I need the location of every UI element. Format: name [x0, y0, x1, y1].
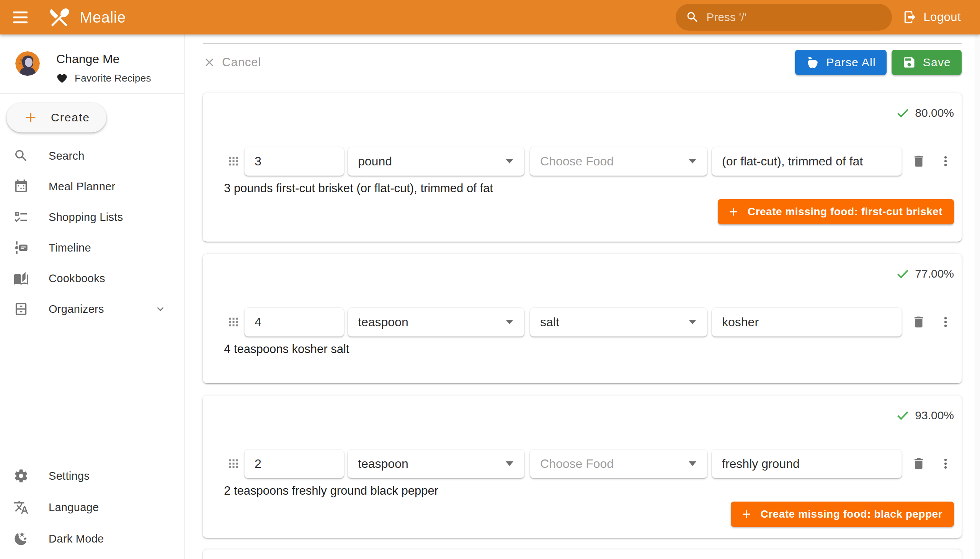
more-options-button[interactable] [939, 316, 952, 329]
sidebar-nav: Search Meal Planner Shopping Lists Timel… [0, 141, 184, 324]
user-profile[interactable]: Change Me Favorite Recipes [0, 35, 184, 84]
close-icon [203, 56, 216, 69]
sidebar-item-search[interactable]: Search [0, 141, 184, 171]
kebab-icon [939, 457, 952, 470]
food-select[interactable]: salt [530, 308, 707, 337]
confidence-check-icon [895, 408, 910, 423]
create-missing-food-button[interactable]: Create missing food: black pepper [731, 501, 954, 527]
confidence-check-icon [895, 266, 910, 281]
food-select[interactable]: Choose Food [530, 449, 707, 478]
logout-button[interactable]: Logout [903, 10, 961, 25]
sidebar-item-language[interactable]: Language [0, 491, 184, 523]
calendar-icon [13, 179, 29, 194]
ingredient-card: 93.00% teaspoon Choose Food [203, 395, 962, 538]
plus-icon [727, 205, 740, 218]
parse-all-button[interactable]: Parse All [795, 50, 887, 75]
note-input[interactable] [712, 147, 902, 176]
delete-ingredient-button[interactable] [911, 315, 926, 329]
original-ingredient-text: 4 teaspoons kosher salt [224, 341, 954, 357]
unit-value: teaspoon [348, 315, 506, 329]
favorite-recipes-link[interactable]: Favorite Recipes [56, 72, 151, 84]
sidebar: Change Me Favorite Recipes Create Search… [0, 35, 185, 559]
confidence-value: 80.00% [915, 106, 954, 119]
moon-stars-icon [13, 531, 29, 546]
parser-toolbar: Cancel Parse All Save [203, 50, 962, 75]
dropdown-caret-icon [689, 461, 696, 466]
food-placeholder: Choose Food [530, 154, 689, 169]
timeline-icon [13, 240, 29, 255]
sidebar-item-shopping-lists[interactable]: Shopping Lists [0, 202, 184, 232]
delete-ingredient-button[interactable] [911, 456, 926, 471]
drag-handle-icon[interactable] [228, 456, 239, 471]
quantity-input[interactable] [244, 449, 344, 478]
user-name: Change Me [56, 52, 151, 66]
create-label: Create [51, 111, 90, 124]
chevron-down-icon [154, 303, 167, 316]
mealie-logo-icon [48, 5, 71, 29]
save-button[interactable]: Save [892, 50, 962, 75]
checklist-icon [13, 210, 29, 225]
cancel-label: Cancel [222, 56, 261, 69]
unit-value: teaspoon [348, 457, 506, 471]
sidebar-item-settings[interactable]: Settings [0, 460, 184, 491]
search-bar[interactable] [676, 4, 892, 31]
unit-select[interactable]: pound [348, 147, 524, 176]
quantity-input[interactable] [244, 147, 344, 176]
magnify-icon [13, 148, 29, 164]
delete-ingredient-button[interactable] [911, 154, 926, 169]
original-ingredient-text: 3 pounds first-cut brisket (or flat-cut)… [224, 180, 954, 197]
sidebar-bottom: Settings Language Dark Mode [0, 460, 184, 554]
gear-icon [13, 468, 29, 484]
trash-icon [911, 456, 926, 471]
search-input[interactable] [706, 11, 882, 24]
drag-handle-icon[interactable] [228, 154, 239, 169]
heart-icon [56, 73, 68, 84]
create-missing-food-button[interactable]: Create missing food: first-cut brisket [718, 199, 954, 224]
trash-icon [911, 154, 926, 169]
sidebar-item-cookbooks[interactable]: Cookbooks [0, 263, 184, 294]
sidebar-divider [0, 93, 184, 94]
search-icon [686, 10, 699, 24]
cancel-button[interactable]: Cancel [203, 56, 261, 69]
food-placeholder: Choose Food [530, 457, 689, 471]
translate-icon [13, 499, 29, 515]
create-button[interactable]: Create [7, 103, 106, 132]
unit-select[interactable]: teaspoon [348, 308, 524, 337]
parse-all-label: Parse All [826, 56, 876, 69]
confidence-check-icon [895, 105, 910, 121]
quantity-input[interactable] [244, 308, 344, 337]
kebab-icon [939, 316, 952, 329]
sidebar-item-timeline[interactable]: Timeline [0, 232, 184, 263]
favorite-recipes-label: Favorite Recipes [74, 72, 151, 84]
note-input[interactable] [712, 449, 902, 478]
logout-icon [903, 10, 917, 25]
ingredient-card-partial [203, 549, 962, 559]
drawer-icon [13, 301, 29, 317]
save-icon [902, 56, 916, 69]
save-label: Save [923, 56, 951, 69]
dropdown-caret-icon [506, 159, 513, 164]
dropdown-caret-icon [689, 320, 696, 324]
unit-select[interactable]: teaspoon [348, 449, 524, 478]
dropdown-caret-icon [689, 159, 696, 164]
note-input[interactable] [712, 308, 902, 337]
sidebar-item-meal-planner[interactable]: Meal Planner [0, 171, 184, 202]
sidebar-item-dark-mode[interactable]: Dark Mode [0, 523, 184, 554]
unit-value: pound [348, 154, 506, 169]
drag-handle-icon[interactable] [228, 314, 239, 330]
scrollbar[interactable] [975, 35, 980, 559]
dropdown-caret-icon [506, 320, 513, 324]
open-book-icon [13, 271, 29, 286]
confidence-value: 93.00% [915, 409, 954, 422]
apple-icon [806, 56, 820, 69]
original-ingredient-text: 2 teaspoons freshly ground black pepper [224, 483, 954, 499]
more-options-button[interactable] [939, 155, 952, 168]
confidence-value: 77.00% [915, 267, 954, 280]
sidebar-item-organizers[interactable]: Organizers [0, 294, 184, 324]
kebab-icon [939, 155, 952, 168]
more-options-button[interactable] [939, 457, 952, 470]
menu-icon[interactable] [13, 9, 30, 26]
app-title: Mealie [79, 9, 126, 26]
food-select[interactable]: Choose Food [530, 147, 707, 176]
plus-icon [23, 109, 39, 126]
